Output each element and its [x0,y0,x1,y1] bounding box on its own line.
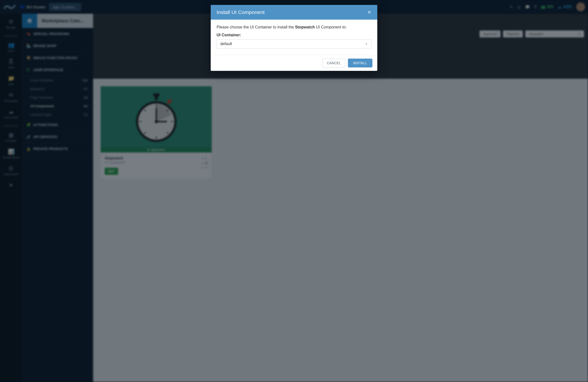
modal-body: Please choose the UI Container to instal… [211,20,377,55]
cancel-button[interactable]: CANCEL [322,59,345,67]
dropdown-value: default [220,42,232,46]
install-button[interactable]: INSTALL [348,59,372,67]
container-label: UI Container: [217,33,371,37]
modal-header: Install UI Component ✕ [211,5,377,20]
install-modal: Install UI Component ✕ Please choose the… [211,5,377,71]
container-dropdown[interactable]: default ▼ [217,39,371,48]
chevron-down-icon: ▼ [365,43,368,45]
modal-instruction: Please choose the UI Container to instal… [217,25,371,29]
modal-overlay: Install UI Component ✕ Please choose the… [0,0,588,382]
modal-footer: CANCEL INSTALL [211,55,377,71]
modal-title: Install UI Component [217,9,265,15]
close-icon[interactable]: ✕ [367,10,371,15]
